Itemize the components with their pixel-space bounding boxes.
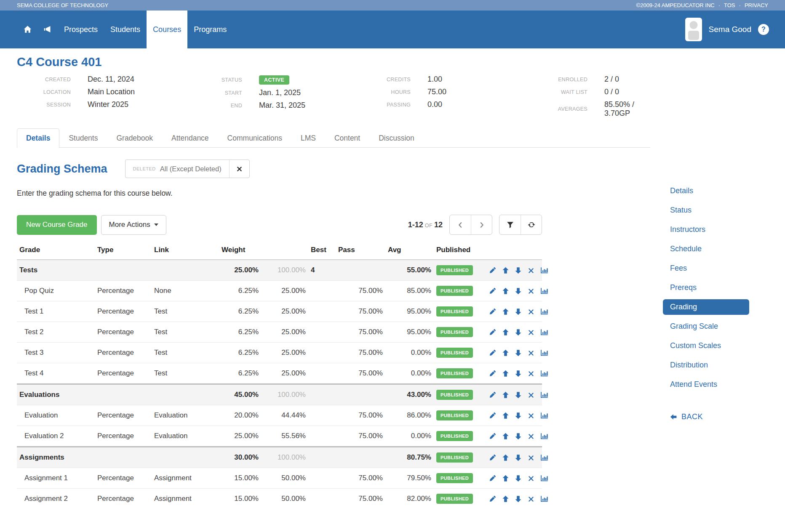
tab-communications[interactable]: Communications [218, 128, 291, 148]
move-down-icon[interactable] [515, 412, 522, 419]
stats-icon[interactable] [540, 287, 548, 295]
stats-icon[interactable] [540, 475, 548, 482]
edit-icon[interactable] [489, 267, 496, 274]
move-down-icon[interactable] [515, 370, 522, 377]
move-up-icon[interactable] [502, 267, 509, 274]
move-down-icon[interactable] [515, 267, 522, 274]
stats-icon[interactable] [540, 495, 548, 503]
sidebar-item-grading-scale[interactable]: Grading Scale [663, 319, 749, 334]
stats-icon[interactable] [540, 267, 548, 274]
edit-icon[interactable] [489, 349, 496, 356]
edit-icon[interactable] [489, 454, 496, 461]
move-down-icon[interactable] [515, 308, 522, 315]
stats-icon[interactable] [540, 391, 548, 399]
tab-lms[interactable]: LMS [291, 128, 325, 148]
help-icon[interactable]: ? [758, 24, 769, 35]
edit-icon[interactable] [489, 412, 496, 419]
move-up-icon[interactable] [502, 495, 509, 503]
delete-icon[interactable] [528, 496, 534, 503]
next-page-button[interactable] [471, 215, 492, 234]
move-up-icon[interactable] [502, 475, 509, 482]
delete-icon[interactable] [528, 455, 534, 461]
delete-icon[interactable] [528, 267, 534, 274]
delete-icon[interactable] [528, 433, 534, 440]
delete-icon[interactable] [528, 412, 534, 419]
refresh-icon[interactable] [521, 215, 542, 234]
announcements-icon[interactable] [37, 11, 58, 48]
nav-item-prospects[interactable]: Prospects [58, 11, 104, 48]
edit-icon[interactable] [489, 329, 496, 336]
move-down-icon[interactable] [515, 433, 522, 440]
delete-icon[interactable] [528, 309, 534, 315]
delete-icon[interactable] [528, 370, 534, 377]
nav-item-courses[interactable]: Courses [147, 11, 187, 48]
new-course-grade-button[interactable]: New Course Grade [17, 215, 97, 235]
filter-icon[interactable] [499, 215, 521, 234]
tab-attendance[interactable]: Attendance [162, 128, 218, 148]
stats-icon[interactable] [540, 433, 548, 440]
clear-filter-icon[interactable] [229, 160, 249, 178]
move-down-icon[interactable] [515, 495, 522, 503]
sidebar-item-grading[interactable]: Grading [663, 299, 749, 315]
delete-icon[interactable] [528, 329, 534, 336]
deleted-filter-value[interactable]: DELETED All (Except Deleted) [125, 160, 229, 178]
edit-icon[interactable] [489, 391, 496, 399]
back-link[interactable]: BACK [663, 412, 762, 421]
nav-item-programs[interactable]: Programs [187, 11, 233, 48]
move-down-icon[interactable] [515, 287, 522, 295]
move-up-icon[interactable] [502, 370, 509, 377]
move-up-icon[interactable] [502, 454, 509, 461]
move-up-icon[interactable] [502, 433, 509, 440]
best-cell [308, 468, 336, 489]
sidebar-item-fees[interactable]: Fees [663, 261, 749, 276]
sidebar-item-schedule[interactable]: Schedule [663, 241, 749, 257]
edit-icon[interactable] [489, 433, 496, 440]
tos-link[interactable]: TOS [724, 2, 735, 8]
tab-content[interactable]: Content [325, 128, 369, 148]
tab-details[interactable]: Details [17, 128, 59, 148]
tab-gradebook[interactable]: Gradebook [107, 128, 162, 148]
sidebar-item-details[interactable]: Details [663, 183, 749, 199]
delete-icon[interactable] [528, 392, 534, 399]
delete-icon[interactable] [528, 288, 534, 295]
edit-icon[interactable] [489, 370, 496, 377]
stats-icon[interactable] [540, 412, 548, 419]
move-down-icon[interactable] [515, 454, 522, 461]
edit-icon[interactable] [489, 308, 496, 315]
user-name[interactable]: Sema Good [709, 25, 751, 34]
delete-icon[interactable] [528, 475, 534, 482]
sidebar-item-distribution[interactable]: Distribution [663, 357, 749, 373]
move-down-icon[interactable] [515, 475, 522, 482]
user-avatar[interactable] [685, 18, 702, 41]
tab-discussion[interactable]: Discussion [369, 128, 424, 148]
sidebar-item-prereqs[interactable]: Prereqs [663, 280, 749, 295]
move-down-icon[interactable] [515, 329, 522, 336]
stats-icon[interactable] [540, 370, 548, 377]
move-up-icon[interactable] [502, 412, 509, 419]
tab-students[interactable]: Students [59, 128, 107, 148]
home-icon[interactable] [18, 11, 37, 48]
edit-icon[interactable] [489, 287, 496, 295]
nav-item-students[interactable]: Students [104, 11, 147, 48]
edit-icon[interactable] [489, 475, 496, 482]
edit-icon[interactable] [489, 495, 496, 503]
more-actions-button[interactable]: More Actions [101, 215, 166, 235]
move-up-icon[interactable] [502, 391, 509, 399]
sidebar-item-status[interactable]: Status [663, 202, 749, 218]
move-up-icon[interactable] [502, 329, 509, 336]
stats-icon[interactable] [540, 349, 548, 356]
move-up-icon[interactable] [502, 287, 509, 295]
previous-page-button[interactable] [450, 215, 471, 234]
sidebar-item-instructors[interactable]: Instructors [663, 222, 749, 237]
sidebar-item-attend-events[interactable]: Attend Events [663, 377, 749, 392]
stats-icon[interactable] [540, 329, 548, 336]
move-up-icon[interactable] [502, 349, 509, 356]
move-down-icon[interactable] [515, 349, 522, 356]
stats-icon[interactable] [540, 308, 548, 315]
delete-icon[interactable] [528, 350, 534, 356]
move-down-icon[interactable] [515, 391, 522, 399]
privacy-link[interactable]: PRIVACY [745, 2, 768, 8]
stats-icon[interactable] [540, 454, 548, 461]
move-up-icon[interactable] [502, 308, 509, 315]
sidebar-item-custom-scales[interactable]: Custom Scales [663, 338, 749, 354]
